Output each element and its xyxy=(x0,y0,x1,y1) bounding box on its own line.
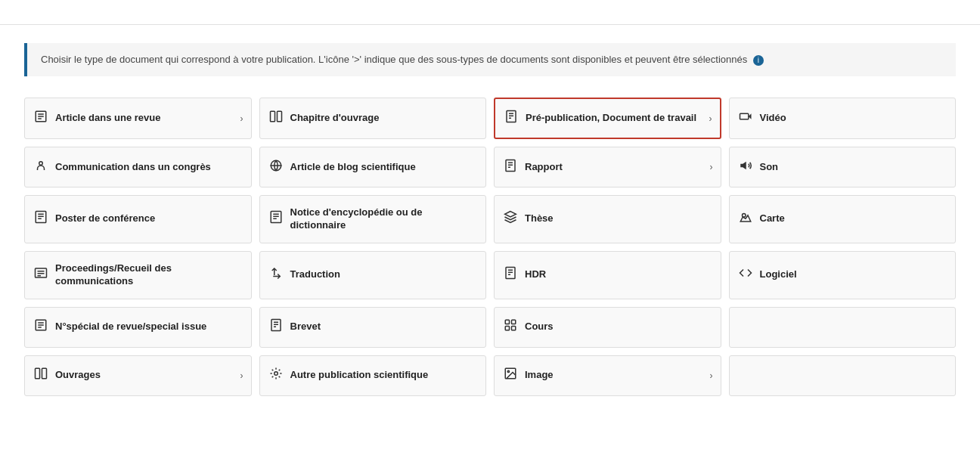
svg-rect-48 xyxy=(512,327,516,330)
card-communication-congres[interactable]: Communication dans un congrès xyxy=(24,147,252,187)
image-arrow: › xyxy=(710,370,713,381)
proceedings-icon xyxy=(34,266,48,283)
ouvrages-label: Ouvrages xyxy=(55,369,101,382)
card-these[interactable]: Thèse xyxy=(494,195,721,243)
rapport-arrow: › xyxy=(710,162,713,172)
cours-label: Cours xyxy=(525,321,554,333)
video-label: Vidéo xyxy=(760,112,786,125)
card-ouvrages[interactable]: Ouvrages› xyxy=(24,355,252,396)
card-proceedings[interactable]: Proceedings/Recueil des communications xyxy=(24,251,252,299)
hdr-icon xyxy=(504,266,517,283)
nspecial-label: N°spécial de revue/special issue xyxy=(55,321,206,333)
info-icon[interactable]: i xyxy=(753,55,764,66)
svg-rect-4 xyxy=(270,111,274,122)
brevet-icon xyxy=(269,318,283,336)
card-notice-encyclopedie[interactable]: Notice d'encyclopédie ou de dictionnaire xyxy=(259,195,487,243)
article-revue-label: Article dans une revue xyxy=(55,112,160,125)
svg-rect-46 xyxy=(512,320,516,324)
carte-icon xyxy=(739,210,752,228)
son-label: Son xyxy=(760,161,779,174)
hdr-label: HDR xyxy=(525,268,546,281)
article-blog-label: Article de blog scientifique xyxy=(290,161,416,174)
communication-congres-icon xyxy=(34,159,48,176)
card-pre-publication[interactable]: Pré-publication, Document de travail› xyxy=(494,98,721,139)
brevet-label: Brevet xyxy=(290,321,321,333)
traduction-icon xyxy=(269,266,283,283)
svg-line-57 xyxy=(278,376,280,378)
card-brevet[interactable]: Brevet xyxy=(259,307,487,348)
card-logiciel[interactable]: Logiciel xyxy=(729,251,957,299)
proceedings-label: Proceedings/Recueil des communications xyxy=(55,262,242,288)
ouvrages-icon xyxy=(34,367,48,384)
card-carte[interactable]: Carte xyxy=(729,195,957,243)
image-label: Image xyxy=(525,369,554,382)
these-label: Thèse xyxy=(525,212,554,225)
svg-point-61 xyxy=(507,370,509,372)
card-rapport[interactable]: Rapport› xyxy=(494,147,721,187)
chapitre-ouvrage-label: Chapitre d'ouvrage xyxy=(290,112,380,125)
card-image[interactable]: Image› xyxy=(494,355,721,396)
card-traduction[interactable]: Traduction xyxy=(259,251,487,299)
card-article-blog[interactable]: Article de blog scientifique xyxy=(259,147,487,187)
autre-publication-icon xyxy=(269,367,283,384)
svg-line-58 xyxy=(271,376,273,378)
rapport-label: Rapport xyxy=(525,161,563,174)
svg-rect-45 xyxy=(505,320,509,324)
svg-point-12 xyxy=(39,161,43,165)
communication-congres-label: Communication dans un congrès xyxy=(55,161,211,174)
article-revue-arrow: › xyxy=(240,113,243,124)
traduction-label: Traduction xyxy=(290,268,340,281)
svg-point-51 xyxy=(274,372,278,376)
poster-conference-label: Poster de conférence xyxy=(55,212,155,225)
svg-line-59 xyxy=(278,370,280,371)
these-icon xyxy=(504,210,517,228)
carte-label: Carte xyxy=(760,212,785,225)
card-article-revue[interactable]: Article dans une revue› xyxy=(24,98,252,139)
card-hdr[interactable]: HDR xyxy=(494,251,721,299)
notice-encyclopedie-label: Notice d'encyclopédie ou de dictionnaire xyxy=(290,206,477,232)
svg-rect-47 xyxy=(505,327,509,330)
svg-line-56 xyxy=(271,370,273,371)
card-nspecial[interactable]: N°spécial de revue/special issue xyxy=(24,307,252,348)
card-autre-publication[interactable]: Autre publication scientifique xyxy=(259,355,487,396)
svg-rect-10 xyxy=(740,113,748,119)
ouvrages-arrow: › xyxy=(240,370,243,381)
notice-encyclopedie-icon xyxy=(269,210,283,228)
card-empty2 xyxy=(729,355,957,396)
card-empty1 xyxy=(729,307,957,348)
svg-rect-49 xyxy=(36,368,40,379)
card-chapitre-ouvrage[interactable]: Chapitre d'ouvrage xyxy=(259,98,487,139)
chapitre-ouvrage-icon xyxy=(269,110,283,127)
info-box: Choisir le type de document qui correspo… xyxy=(24,43,956,76)
cours-icon xyxy=(504,318,517,336)
card-son[interactable]: Son xyxy=(729,147,957,187)
article-revue-icon xyxy=(34,110,48,127)
info-box-text: Choisir le type de document qui correspo… xyxy=(41,54,747,65)
autre-publication-label: Autre publication scientifique xyxy=(290,369,429,382)
poster-conference-icon xyxy=(34,210,48,228)
video-icon xyxy=(739,110,752,127)
pre-publication-arrow: › xyxy=(709,113,712,124)
svg-rect-5 xyxy=(277,111,281,122)
logiciel-icon xyxy=(739,266,752,283)
document-type-grid: Article dans une revue›Chapitre d'ouvrag… xyxy=(24,98,956,396)
svg-rect-50 xyxy=(42,368,47,379)
pre-publication-icon xyxy=(504,110,518,127)
logiciel-label: Logiciel xyxy=(760,268,797,281)
nspecial-icon xyxy=(34,318,48,336)
image-icon xyxy=(504,367,517,384)
rapport-icon xyxy=(504,159,517,176)
main-container: Choisir le type de document qui correspo… xyxy=(0,25,980,414)
pre-publication-label: Pré-publication, Document de travail xyxy=(526,112,696,125)
card-video[interactable]: Vidéo xyxy=(729,98,957,139)
svg-marker-19 xyxy=(740,161,746,169)
article-blog-icon xyxy=(269,159,283,176)
card-cours[interactable]: Cours xyxy=(494,307,721,348)
card-poster-conference[interactable]: Poster de conférence xyxy=(24,195,252,243)
page-header xyxy=(0,0,980,25)
son-icon xyxy=(739,159,752,176)
